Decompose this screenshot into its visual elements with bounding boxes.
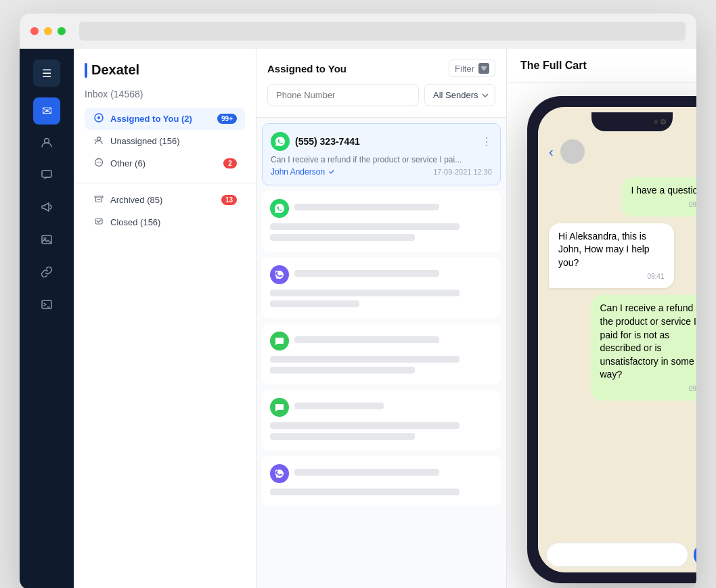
message-time-2: 09:41 (558, 272, 665, 281)
sidebar-icon-messages[interactable] (33, 162, 60, 189)
right-panel: The Full Cart (507, 49, 696, 588)
nav-item-assigned[interactable]: Assigned to You (2) 99+ (85, 108, 245, 130)
message-text-1: I have a question. (631, 184, 696, 198)
hamburger-icon: ☰ (42, 67, 51, 80)
conversation-item-active[interactable]: (555) 323-7441 ⋮ Can I receive a refund … (262, 123, 501, 185)
terminal-icon (41, 298, 53, 314)
svg-point-6 (97, 116, 100, 119)
archived-icon (93, 194, 105, 206)
sidebar-icon-campaigns[interactable] (33, 195, 60, 222)
conv-item-skeleton-5[interactable] (262, 456, 501, 506)
phone-message-input[interactable] (546, 543, 688, 567)
phone-input-area: ➤ (538, 537, 696, 572)
message-incoming-1: Hi Aleksandra, this is John, How may I h… (549, 223, 674, 289)
logo-text: Dexatel (91, 62, 139, 78)
sender-select[interactable]: All Senders (424, 84, 495, 106)
inbox-label: Inbox (14568) (85, 89, 245, 99)
notch-speaker (654, 120, 658, 124)
contacts-icon (41, 136, 53, 152)
conv-item-skeleton-4[interactable] (262, 390, 501, 451)
conv-item-skeleton-2[interactable] (262, 257, 501, 318)
logo: Dexatel (85, 62, 245, 78)
skeleton-line (294, 336, 439, 343)
url-bar[interactable] (79, 22, 686, 41)
sidebar-icon-media[interactable] (33, 227, 60, 254)
viber-channel-icon-2 (270, 464, 289, 483)
maximize-button[interactable] (58, 27, 66, 35)
nav-item-unassigned[interactable]: Unassigned (156) (85, 130, 245, 152)
skeleton-line (270, 356, 460, 363)
filter-icon (478, 63, 489, 74)
skeleton-line (294, 469, 439, 476)
notch-camera (661, 119, 666, 125)
search-row: All Senders (267, 84, 495, 106)
message-outgoing-1: I have a question. 09:41 (621, 177, 696, 217)
phone-overlay: ‹ I have a question. 09:41 Hi Aleksandra… (527, 76, 696, 588)
nav-item-archived[interactable]: Archived (85) 13 (85, 189, 245, 211)
message-time-3: 09:41 (600, 384, 697, 394)
right-panel-title: The Full Cart (520, 60, 587, 71)
phone-screen: ‹ I have a question. 09:41 Hi Aleksandra… (538, 107, 696, 572)
sidebar-icon-inbox[interactable]: ✉ (33, 97, 60, 125)
conversation-list: (555) 323-7441 ⋮ Can I receive a refund … (256, 118, 506, 588)
browser-titlebar (20, 14, 696, 49)
minimize-button[interactable] (44, 27, 52, 35)
sidebar-icon-terminal[interactable] (33, 292, 60, 319)
middle-header-top: Assigned to You Filter (267, 60, 495, 77)
conv-item-skeleton-3[interactable] (262, 323, 501, 384)
skeleton-line (270, 234, 415, 241)
skeleton-line (294, 270, 439, 277)
phone-messages: I have a question. 09:41 Hi Aleksandra, … (538, 169, 696, 537)
assigned-title: Assigned to You (267, 63, 346, 74)
sidebar: ☰ ✉ (20, 49, 74, 588)
conv-menu-icon[interactable]: ⋮ (481, 135, 492, 148)
svg-rect-14 (95, 219, 102, 224)
sidebar-menu-button[interactable]: ☰ (33, 60, 60, 87)
skeleton-line (270, 367, 415, 374)
link-icon (41, 266, 53, 281)
message-text-2: Hi Aleksandra, this is John, How may I h… (558, 230, 665, 270)
whatsapp-channel-icon-2 (270, 199, 289, 218)
other-icon (93, 158, 105, 169)
svg-point-7 (97, 137, 101, 141)
browser-window: ☰ ✉ (20, 14, 696, 588)
nav-item-other[interactable]: Other (6) 2 (85, 152, 245, 175)
skeleton-line (270, 300, 359, 307)
phone-search-input[interactable] (267, 84, 419, 106)
svg-rect-1 (42, 171, 51, 177)
other-badge: 2 (223, 158, 237, 168)
inbox-icon: ✉ (42, 104, 52, 118)
conv-preview: Can I receive a refund if the product or… (271, 155, 492, 164)
megaphone-icon (41, 201, 53, 217)
sidebar-icon-links[interactable] (33, 260, 60, 287)
archived-badge: 13 (221, 195, 237, 205)
nav-item-closed[interactable]: Closed (156) (85, 211, 245, 233)
filter-button[interactable]: Filter (449, 60, 495, 77)
image-icon (41, 233, 53, 249)
skeleton-line (270, 290, 460, 296)
middle-panel: Assigned to You Filter (256, 49, 507, 588)
message-outgoing-2: Can I receive a refund if the product or… (591, 295, 697, 401)
send-button[interactable]: ➤ (694, 543, 696, 567)
message-text-3: Can I receive a refund if the product or… (600, 302, 697, 382)
whatsapp-channel-icon (271, 132, 290, 151)
conv-time: 17-09-2021 12:30 (433, 168, 492, 176)
app-container: ☰ ✉ (20, 49, 696, 588)
phone-chat-header: ‹ (538, 134, 696, 169)
sidebar-icon-contacts[interactable] (33, 130, 60, 157)
svg-rect-4 (42, 300, 51, 309)
back-button[interactable]: ‹ (549, 144, 554, 160)
unassigned-icon (93, 135, 105, 147)
conv-item-skeleton-1[interactable] (262, 191, 501, 252)
close-button[interactable] (30, 27, 39, 35)
filter-label: Filter (455, 64, 474, 74)
skeleton-line (294, 204, 439, 210)
svg-point-12 (100, 162, 102, 163)
conv-item-header: (555) 323-7441 ⋮ (271, 132, 492, 151)
assigned-badge: 99+ (217, 114, 237, 124)
skeleton-line (270, 223, 460, 230)
left-panel-header: Dexatel Inbox (14568) Assigned to You (2… (74, 49, 256, 183)
skeleton-line (270, 422, 460, 429)
svg-rect-13 (95, 196, 103, 198)
conv-footer: John Anderson 17-09-2021 12:30 (271, 167, 492, 177)
